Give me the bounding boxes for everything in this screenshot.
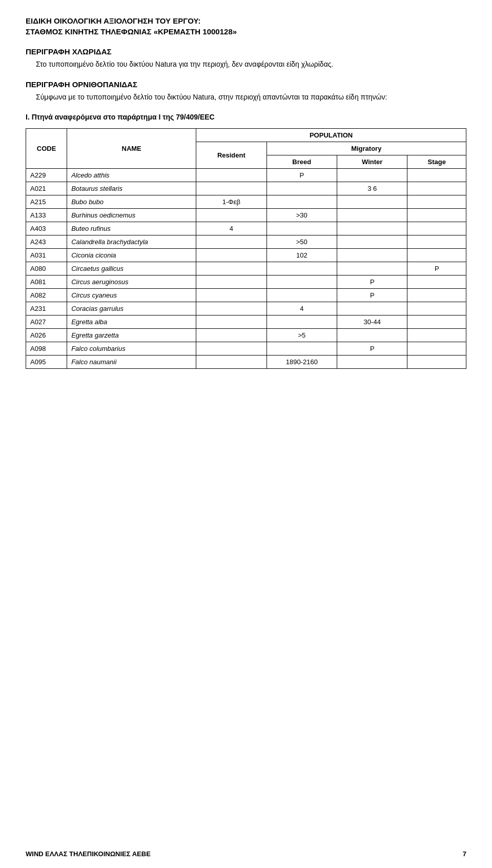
table-row: A031Ciconia ciconia102 — [26, 249, 466, 262]
cell-code: A080 — [26, 262, 67, 275]
flora-title: ΠΕΡΙΓΡΑΦΗ ΧΛΩΡΙΔΑΣ — [26, 47, 466, 56]
cell-code: A027 — [26, 315, 67, 329]
table-row: A229Alcedo atthisP — [26, 169, 466, 182]
cell-breed: >50 — [266, 235, 337, 249]
cell-name: Egretta alba — [67, 315, 196, 329]
bird-species-table: CODE NAME POPULATION Resident Migratory … — [26, 128, 466, 369]
cell-code: A243 — [26, 235, 67, 249]
cell-resident — [196, 262, 266, 275]
cell-breed: 4 — [266, 302, 337, 315]
col-header-stage: Stage — [407, 155, 466, 169]
cell-breed — [266, 222, 337, 235]
cell-resident — [196, 302, 266, 315]
cell-resident: 1-Φεβ — [196, 195, 266, 209]
cell-stage — [407, 315, 466, 329]
col-header-name: NAME — [67, 129, 196, 169]
cell-name: Bubo bubo — [67, 195, 196, 209]
cell-code: A231 — [26, 302, 67, 315]
table-row: A215Bubo bubo1-Φεβ — [26, 195, 466, 209]
cell-name: Alcedo atthis — [67, 169, 196, 182]
table-row: A243Calandrella brachydactyla>50 — [26, 235, 466, 249]
cell-resident — [196, 342, 266, 356]
flora-text: Στο τυποποιημένο δελτίο του δικτύου Natu… — [26, 59, 466, 70]
table-row: A081Circus aeruginosusP — [26, 275, 466, 289]
cell-breed — [266, 342, 337, 356]
cell-resident — [196, 209, 266, 222]
cell-winter — [337, 302, 407, 315]
table-row: A098Falco columbariusP — [26, 342, 466, 356]
cell-name: Calandrella brachydactyla — [67, 235, 196, 249]
cell-name: Circaetus gallicus — [67, 262, 196, 275]
cell-winter — [337, 195, 407, 209]
cell-resident — [196, 315, 266, 329]
col-header-population: POPULATION — [196, 129, 466, 142]
cell-winter: P — [337, 289, 407, 302]
cell-stage — [407, 222, 466, 235]
cell-breed: >5 — [266, 329, 337, 342]
cell-winter — [337, 249, 407, 262]
cell-breed: 102 — [266, 249, 337, 262]
document-header: ΕΙΔΙΚΗ ΟΙΚΟΛΟΓΙΚΗ ΑΞΙΟΛΟΓΗΣΗ ΤΟΥ ΕΡΓΟΥ: … — [26, 15, 466, 37]
cell-winter: P — [337, 275, 407, 289]
col-header-breed: Breed — [266, 155, 337, 169]
cell-name: Ciconia ciconia — [67, 249, 196, 262]
cell-name: Circus aeruginosus — [67, 275, 196, 289]
cell-resident — [196, 356, 266, 369]
col-header-migratory: Migratory — [266, 142, 466, 155]
cell-winter — [337, 209, 407, 222]
table-row: A080Circaetus gallicusP — [26, 262, 466, 275]
fauna-text: Σύμφωνα με το τυποποιημένο δελτίο του δι… — [26, 92, 466, 103]
cell-name: Falco naumanii — [67, 356, 196, 369]
cell-resident — [196, 182, 266, 195]
cell-breed: >30 — [266, 209, 337, 222]
cell-winter: 30-44 — [337, 315, 407, 329]
cell-winter: 3 6 — [337, 182, 407, 195]
cell-resident — [196, 249, 266, 262]
cell-resident: 4 — [196, 222, 266, 235]
cell-stage — [407, 209, 466, 222]
cell-stage — [407, 342, 466, 356]
subsection-title: Ι. Πτηνά αναφερόμενα στο παράρτημα Ι της… — [26, 113, 466, 121]
cell-winter: P — [337, 342, 407, 356]
table-row: A082Circus cyaneusP — [26, 289, 466, 302]
header-line2: ΣΤΑΘΜΟΣ ΚΙΝΗΤΗΣ ΤΗΛΕΦΩΝΙΑΣ «ΚΡΕΜΑΣΤΗ 100… — [26, 26, 466, 37]
table-row: A026Egretta garzetta>5 — [26, 329, 466, 342]
cell-breed — [266, 315, 337, 329]
cell-resident — [196, 275, 266, 289]
cell-name: Egretta garzetta — [67, 329, 196, 342]
cell-name: Botaurus stellaris — [67, 182, 196, 195]
table-row: A095Falco naumanii1890-2160 — [26, 356, 466, 369]
cell-code: A021 — [26, 182, 67, 195]
cell-stage — [407, 182, 466, 195]
cell-winter — [337, 169, 407, 182]
cell-breed — [266, 262, 337, 275]
col-header-resident: Resident — [196, 142, 266, 169]
cell-resident — [196, 169, 266, 182]
cell-resident — [196, 235, 266, 249]
cell-stage — [407, 169, 466, 182]
table-row: A403Buteo rufinus4 — [26, 222, 466, 235]
cell-stage — [407, 302, 466, 315]
cell-code: A229 — [26, 169, 67, 182]
cell-name: Coracias garrulus — [67, 302, 196, 315]
cell-breed: P — [266, 169, 337, 182]
cell-code: A098 — [26, 342, 67, 356]
cell-winter — [337, 235, 407, 249]
footer-page: 7 — [463, 850, 466, 858]
cell-breed — [266, 195, 337, 209]
cell-name: Circus cyaneus — [67, 289, 196, 302]
cell-code: A026 — [26, 329, 67, 342]
table-row: A027Egretta alba30-44 — [26, 315, 466, 329]
header-line1: ΕΙΔΙΚΗ ΟΙΚΟΛΟΓΙΚΗ ΑΞΙΟΛΟΓΗΣΗ ΤΟΥ ΕΡΓΟΥ: — [26, 15, 466, 26]
cell-breed — [266, 275, 337, 289]
cell-winter — [337, 329, 407, 342]
cell-stage — [407, 235, 466, 249]
cell-winter — [337, 356, 407, 369]
cell-code: A082 — [26, 289, 67, 302]
table-row: A231Coracias garrulus4 — [26, 302, 466, 315]
col-header-winter: Winter — [337, 155, 407, 169]
cell-winter — [337, 262, 407, 275]
cell-resident — [196, 329, 266, 342]
cell-code: A215 — [26, 195, 67, 209]
cell-stage — [407, 249, 466, 262]
